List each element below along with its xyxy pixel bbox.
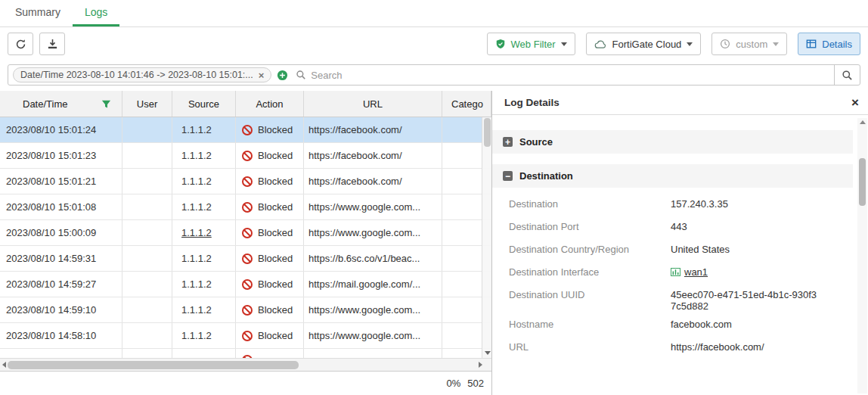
table-row[interactable]: 2023/08/10 14:59:10 1.1.1.2 Blocked http… [0, 297, 491, 323]
detail-field: Destination Country/Region United States [509, 244, 853, 260]
table-row[interactable]: 2023/08/10 15:01:24 1.1.1.2 Blocked http… [0, 117, 491, 143]
blocked-icon [242, 305, 253, 316]
detail-field: Destination 157.240.3.35 [509, 198, 853, 214]
blocked-icon [242, 253, 253, 264]
filter-funnel-icon[interactable] [101, 99, 111, 109]
tab-summary[interactable]: Summary [3, 0, 73, 26]
column-header-url[interactable]: URL [304, 91, 442, 117]
section-destination[interactable]: − Destination [492, 164, 853, 188]
time-range-label: custom [736, 39, 767, 50]
detail-field: Destination UUID 45eec070-e471-51ed-4b1c… [509, 289, 853, 312]
blocked-icon [242, 176, 253, 187]
download-icon [47, 39, 58, 50]
log-details-panel: Log Details × + Source − Destination Des… [491, 91, 868, 395]
panel-body: + Source − Destination Destination 157.2… [492, 115, 868, 395]
tab-logs[interactable]: Logs [73, 0, 119, 26]
column-header-source[interactable]: Source [172, 91, 236, 117]
toolbar: Web Filter FortiGate Cloud custom Detail… [0, 27, 868, 61]
log-table-pane: Date/Time User Source Action URL Catego … [0, 91, 491, 395]
column-header-action[interactable]: Action [236, 91, 304, 117]
log-count: 502 [467, 378, 484, 389]
web-filter-dropdown[interactable]: Web Filter [487, 33, 575, 55]
clock-icon [720, 39, 730, 49]
column-header-category[interactable]: Catego [442, 91, 491, 117]
search-box[interactable]: Date/Time 2023-08-10 14:01:46 -> 2023-08… [8, 64, 860, 86]
scroll-left-icon[interactable] [2, 362, 6, 368]
interface-icon [671, 268, 680, 276]
scrollbar-thumb[interactable] [8, 361, 299, 369]
status-bar: 0% 502 [0, 371, 491, 395]
section-source[interactable]: + Source [492, 130, 853, 154]
chevron-down-icon [773, 42, 779, 46]
panel-title: Log Details [504, 97, 560, 108]
blocked-icon [242, 125, 253, 135]
expand-icon[interactable]: + [503, 137, 513, 147]
panel-vertical-scrollbar[interactable] [857, 118, 867, 393]
table-row[interactable]: 2023/08/10 14:58:10 1.1.1.2 Blocked http… [0, 323, 491, 349]
blocked-icon [242, 279, 253, 290]
content-area: Date/Time User Source Action URL Catego … [0, 91, 868, 395]
refresh-icon [15, 39, 26, 50]
blocked-icon [242, 202, 253, 213]
column-header-user[interactable]: User [122, 91, 172, 117]
add-filter-icon[interactable] [277, 70, 288, 81]
details-table-icon [806, 39, 817, 49]
remove-filter-icon[interactable]: × [259, 70, 265, 80]
close-icon[interactable]: × [851, 96, 859, 109]
scroll-down-icon[interactable] [485, 351, 491, 355]
table-row[interactable]: 2023/08/10 15:01:08 1.1.1.2 Blocked http… [0, 194, 491, 220]
scrollbar-thumb[interactable] [859, 158, 866, 206]
chevron-down-icon [561, 42, 567, 46]
cloud-icon [594, 39, 607, 49]
detail-field: Destination Port 443 [509, 221, 853, 237]
table-body: 2023/08/10 15:01:24 1.1.1.2 Blocked http… [0, 117, 491, 358]
log-viewer-window: Summary Logs Web Filter FortiGate Cloud … [0, 0, 868, 395]
web-filter-label: Web Filter [511, 39, 556, 50]
time-range-dropdown[interactable]: custom [711, 33, 787, 55]
details-label: Details [822, 39, 852, 50]
table-row[interactable]: 2023/08/10 15:01:23 1.1.1.2 Blocked http… [0, 143, 491, 169]
blocked-icon [242, 228, 253, 238]
details-toggle-button[interactable]: Details [798, 33, 860, 55]
detail-field: Hostname facebook.com [509, 319, 853, 334]
table-vertical-scrollbar[interactable] [482, 117, 491, 358]
collapse-icon[interactable]: − [503, 171, 513, 181]
panel-header: Log Details × [492, 91, 868, 115]
table-row[interactable]: 2023/08/10 15:01:21 1.1.1.2 Blocked http… [0, 169, 491, 194]
download-button[interactable] [39, 33, 65, 55]
blocked-icon [242, 331, 253, 341]
fortigate-cloud-dropdown[interactable]: FortiGate Cloud [586, 33, 702, 55]
scrollbar-thumb[interactable] [484, 118, 491, 147]
table-row-partial[interactable] [0, 349, 491, 358]
search-icon [842, 70, 853, 81]
search-submit-button[interactable] [834, 65, 860, 85]
search-row: Date/Time 2023-08-10 14:01:46 -> 2023-08… [0, 61, 868, 91]
filter-pill-text: Date/Time 2023-08-10 14:01:46 -> 2023-08… [20, 70, 253, 80]
progress-value: 0% [447, 378, 461, 389]
interface-link[interactable]: wan1 [684, 266, 708, 278]
tab-bar: Summary Logs [0, 0, 868, 27]
table-header: Date/Time User Source Action URL Catego [0, 91, 491, 117]
filter-pill[interactable]: Date/Time 2023-08-10 14:01:46 -> 2023-08… [13, 67, 271, 82]
table-row[interactable]: 2023/08/10 14:59:27 1.1.1.2 Blocked http… [0, 272, 491, 297]
blocked-icon [242, 151, 253, 161]
refresh-button[interactable] [8, 33, 33, 55]
search-icon [296, 70, 306, 80]
column-header-datetime[interactable]: Date/Time [0, 91, 122, 117]
table-horizontal-scrollbar[interactable] [0, 358, 491, 371]
shield-icon [495, 39, 506, 49]
detail-field: Destination Interface wan1 [509, 266, 853, 282]
scroll-up-icon[interactable] [860, 120, 866, 124]
chevron-down-icon [687, 42, 693, 46]
search-input[interactable] [311, 70, 834, 81]
detail-field: URL https://facebook.com/ [509, 341, 853, 357]
destination-fields: Destination 157.240.3.35 Destination Por… [492, 198, 853, 357]
fortigate-cloud-label: FortiGate Cloud [612, 39, 682, 50]
toolbar-right: Web Filter FortiGate Cloud custom Detail… [487, 33, 860, 55]
scroll-right-icon[interactable] [479, 362, 482, 368]
table-row[interactable]: 2023/08/10 14:59:31 1.1.1.2 Blocked http… [0, 246, 491, 272]
table-row[interactable]: 2023/08/10 15:00:09 1.1.1.2 Blocked http… [0, 220, 491, 246]
